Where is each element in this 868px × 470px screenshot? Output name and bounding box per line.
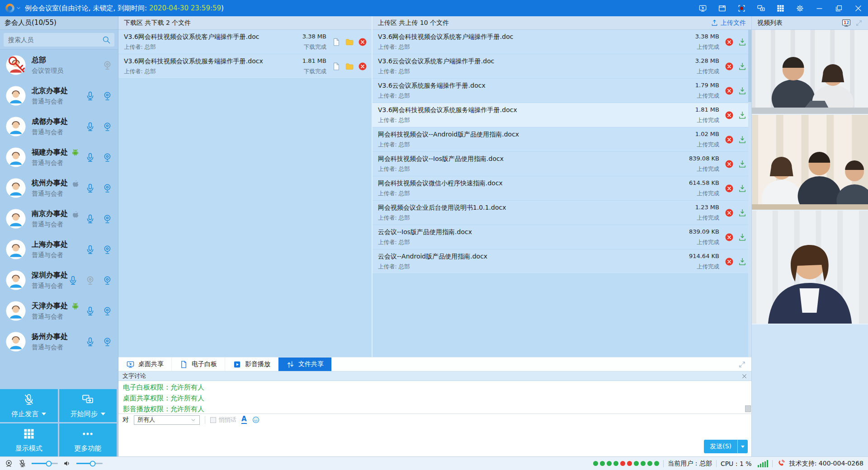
delete-icon[interactable]: [725, 38, 734, 47]
send-options-arrow[interactable]: [738, 440, 748, 453]
upload-file-row[interactable]: V3.6网会科技视频会议系统客户端操作手册.doc上传者: 总部 3.38 MB…: [373, 30, 751, 54]
delete-icon[interactable]: [725, 135, 734, 144]
participant-row-yangzhou[interactable]: 扬州办事处 普通与会者: [0, 326, 118, 357]
download-icon[interactable]: [738, 111, 747, 120]
start-sync-button[interactable]: 开始同步: [59, 389, 117, 422]
expand-icon[interactable]: [855, 19, 863, 27]
participant-row-beijing[interactable]: 北京办事处 普通与会者: [0, 80, 118, 111]
participant-row-tianjin[interactable]: 天津办事处 普通与会者: [0, 296, 118, 326]
open-file-icon[interactable]: [332, 38, 341, 47]
search-icon[interactable]: [102, 35, 111, 44]
chat-scrollbar-thumb[interactable]: [745, 405, 751, 412]
download-icon[interactable]: [738, 233, 747, 242]
camera-icon[interactable]: [102, 244, 113, 255]
camera-icon[interactable]: [102, 152, 113, 163]
close-button[interactable]: [854, 4, 863, 13]
delete-icon[interactable]: [725, 257, 734, 266]
mic-icon[interactable]: [85, 244, 95, 255]
display-mode-button[interactable]: 显示模式: [0, 423, 58, 456]
download-icon[interactable]: [738, 257, 747, 266]
camera-icon[interactable]: [102, 275, 113, 286]
tab-desktop-share[interactable]: 桌面共享: [118, 357, 172, 371]
camera-icon[interactable]: [102, 91, 113, 101]
open-file-icon[interactable]: [332, 62, 341, 71]
upload-file-row[interactable]: 网会科技视频会议--Android版产品使用指南.docx上传者: 总部 1.0…: [373, 127, 751, 152]
delete-icon[interactable]: [358, 38, 367, 47]
download-file-row[interactable]: V3.6网会科技视频会议系统服务端操作手册.docx 上传者: 总部 1.81 …: [118, 54, 372, 79]
tab-whiteboard[interactable]: 电子白板: [172, 357, 225, 371]
upload-file-row[interactable]: 网会科技视频会议微信小程序快速指南.docx上传者: 总部 614.58 KB上…: [373, 176, 751, 201]
expand-icon[interactable]: [738, 361, 746, 368]
delete-icon[interactable]: [358, 62, 367, 71]
minimize-button[interactable]: [815, 4, 824, 13]
recipient-select[interactable]: 所有人: [134, 415, 200, 425]
camera-icon[interactable]: [102, 214, 113, 224]
download-icon[interactable]: [738, 184, 747, 193]
mic-icon[interactable]: [68, 275, 78, 286]
video-thumbnail-2[interactable]: [752, 115, 868, 211]
menu-chevron-icon[interactable]: [16, 5, 21, 11]
participant-row-shenzhen[interactable]: 深圳办事处 普通与会者: [0, 265, 118, 296]
mic-off-icon[interactable]: [18, 459, 27, 468]
font-color-button[interactable]: A: [241, 416, 247, 424]
screen-share-button[interactable]: [698, 4, 707, 13]
delete-icon[interactable]: [725, 233, 734, 242]
close-chat-icon[interactable]: [741, 373, 747, 379]
delete-icon[interactable]: [725, 111, 734, 120]
upload-file-row[interactable]: 网会科技视频会议--Ios版产品使用指南.docx上传者: 总部 839.08 …: [373, 152, 751, 176]
upload-scrollbar[interactable]: [748, 30, 751, 357]
net-share-button[interactable]: [757, 4, 765, 13]
participant-row-nanjing[interactable]: 南京办事处 普通与会者: [0, 203, 118, 234]
download-file-row[interactable]: V3.6网会科技视频会议系统客户端操作手册.doc 上传者: 总部 3.38 M…: [118, 30, 372, 54]
speaker-volume-slider[interactable]: [76, 463, 103, 464]
search-input[interactable]: [4, 33, 114, 47]
tab-media-play[interactable]: 影音播放: [225, 357, 278, 371]
open-folder-icon[interactable]: [345, 62, 354, 71]
mic-icon[interactable]: [85, 91, 95, 101]
participant-row-hangzhou[interactable]: 杭州办事处 普通与会者: [0, 173, 118, 203]
open-folder-icon[interactable]: [345, 38, 354, 47]
tab-file-share[interactable]: 文件共享: [278, 357, 332, 371]
scrollbar-thumb[interactable]: [748, 30, 751, 102]
mic-icon[interactable]: [85, 214, 95, 224]
participant-row-fujian[interactable]: 福建办事处 普通与会者: [0, 142, 118, 173]
more-functions-button[interactable]: 更多功能: [59, 423, 117, 456]
upload-file-row[interactable]: 云会议--Ios版产品使用指南.docx上传者: 总部 839.09 KB上传完…: [373, 225, 751, 249]
download-icon[interactable]: [738, 160, 747, 169]
mic-icon[interactable]: [85, 152, 95, 163]
upload-file-row[interactable]: 网会视频会议企业后台使用说明书1.0.1.docx上传者: 总部 1.23 MB…: [373, 201, 751, 225]
camera-icon[interactable]: [102, 306, 113, 316]
camera-icon[interactable]: [102, 337, 113, 347]
video-thumbnail-3[interactable]: [752, 211, 868, 324]
participant-row-chengdu[interactable]: 成都办事处 普通与会者: [0, 111, 118, 142]
stop-speaking-button[interactable]: 停止发言: [0, 389, 58, 422]
app-logo-icon[interactable]: [5, 4, 14, 13]
download-icon[interactable]: [738, 38, 747, 47]
mic-icon[interactable]: [85, 122, 95, 132]
delete-icon[interactable]: [725, 62, 734, 71]
participant-row-hq[interactable]: 总部 会议管理员: [0, 50, 118, 80]
upload-file-row[interactable]: V3.6云会议会议系统客户端操作手册.doc上传者: 总部 3.28 MB上传完…: [373, 54, 751, 79]
delete-icon[interactable]: [725, 86, 734, 95]
settings-button[interactable]: [796, 4, 804, 13]
layout-grid-button[interactable]: [776, 4, 785, 13]
delete-icon[interactable]: [725, 160, 734, 169]
monitor-layout-icon[interactable]: [841, 18, 851, 28]
chat-input-area[interactable]: 发送(S): [118, 426, 751, 456]
maximize-button[interactable]: [835, 4, 843, 13]
video-window-button[interactable]: [718, 4, 726, 13]
webcam-icon[interactable]: [5, 459, 13, 468]
whisper-checkbox[interactable]: [210, 417, 216, 423]
mic-icon[interactable]: [85, 183, 95, 193]
delete-icon[interactable]: [725, 208, 734, 217]
send-button[interactable]: 发送(S): [704, 440, 748, 453]
download-icon[interactable]: [738, 135, 747, 144]
speaker-icon[interactable]: [63, 459, 71, 468]
camera-icon[interactable]: [102, 183, 113, 193]
mic-icon[interactable]: [85, 337, 95, 347]
upload-file-row[interactable]: V3.6云会议系统服务端操作手册.docx上传者: 总部 1.79 MB上传完成: [373, 79, 751, 103]
download-icon[interactable]: [738, 62, 747, 71]
camera-disabled-icon[interactable]: [102, 60, 113, 70]
download-icon[interactable]: [738, 208, 747, 217]
camera-icon[interactable]: [102, 122, 113, 132]
